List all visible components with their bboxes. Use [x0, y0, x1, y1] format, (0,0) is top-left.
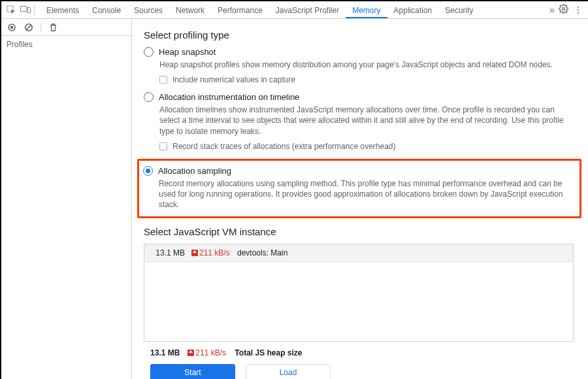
- option-desc: Allocation timelines show instrumented J…: [159, 105, 574, 137]
- sidebar-heading: Profiles: [1, 36, 131, 53]
- tab-console[interactable]: Console: [86, 2, 127, 18]
- svg-rect-2: [27, 7, 30, 12]
- memory-panel: Select profiling type Heap snapshot Heap…: [132, 19, 588, 379]
- load-button[interactable]: Load: [246, 364, 331, 379]
- option-allocation-timeline: Allocation instrumentation on timeline A…: [144, 92, 574, 151]
- delete-icon[interactable]: [48, 22, 58, 33]
- profiles-sidebar: Profiles: [1, 19, 132, 379]
- tab-performance[interactable]: Performance: [211, 2, 269, 18]
- tab-application[interactable]: Application: [387, 2, 439, 18]
- heap-label: Total JS heap size: [235, 348, 302, 357]
- divider: [41, 23, 41, 32]
- upload-arrow-icon: [191, 250, 198, 256]
- option-label: Heap snapshot: [159, 47, 216, 57]
- heap-rate: 211 kB/s: [188, 348, 227, 357]
- vm-instance-list: 13.1 MB 211 kB/s devtools: Main: [144, 244, 574, 342]
- heap-size: 13.1 MB: [150, 348, 180, 357]
- heap-summary: 13.1 MB 211 kB/s Total JS heap size: [144, 342, 574, 357]
- sidebar-toolbar: [1, 19, 131, 36]
- option-heap-snapshot: Heap snapshot Heap snapshot profiles sho…: [144, 47, 574, 84]
- panel-tabs: Elements Console Sources Network Perform…: [40, 2, 549, 18]
- svg-point-3: [563, 8, 565, 10]
- subcheck-numerical-values[interactable]: Include numerical values in capture: [159, 75, 574, 84]
- svg-line-7: [26, 25, 31, 30]
- settings-gear-icon[interactable]: [559, 4, 568, 16]
- profiling-type-title: Select profiling type: [144, 29, 574, 41]
- record-icon[interactable]: [7, 22, 17, 33]
- tab-js-profiler[interactable]: JavaScript Profiler: [269, 2, 346, 18]
- checkbox-icon[interactable]: [159, 76, 167, 84]
- tab-elements[interactable]: Elements: [40, 2, 86, 18]
- radio-heap-snapshot[interactable]: [144, 47, 154, 57]
- devtools-tabstrip: Elements Console Sources Network Perform…: [1, 1, 588, 19]
- option-label: Allocation instrumentation on timeline: [159, 92, 299, 102]
- radio-allocation-sampling[interactable]: [143, 166, 153, 176]
- action-buttons: Start Load: [144, 357, 574, 379]
- svg-rect-1: [20, 7, 27, 12]
- checkbox-icon[interactable]: [159, 142, 167, 150]
- upload-arrow-icon: [188, 350, 194, 356]
- inspect-element-icon[interactable]: [4, 3, 18, 17]
- subcheck-label: Include numerical values in capture: [172, 75, 295, 84]
- heap-rate-value: 211 kB/s: [195, 348, 226, 357]
- highlighted-option-box: Allocation sampling Record memory alloca…: [137, 159, 581, 219]
- subcheck-stack-traces[interactable]: Record stack traces of allocations (extr…: [159, 142, 574, 151]
- tab-memory[interactable]: Memory: [346, 2, 387, 18]
- vm-name: devtools: Main: [237, 248, 287, 257]
- svg-point-5: [10, 25, 14, 29]
- tab-security[interactable]: Security: [438, 2, 480, 18]
- vm-size: 13.1 MB: [151, 248, 185, 257]
- clear-icon[interactable]: [24, 22, 34, 33]
- start-button[interactable]: Start: [150, 364, 235, 379]
- vm-rate: 211 kB/s: [191, 248, 231, 257]
- subcheck-label: Record stack traces of allocations (extr…: [172, 142, 396, 151]
- divider: [34, 5, 35, 15]
- tab-network[interactable]: Network: [169, 2, 211, 18]
- device-toolbar-icon[interactable]: [18, 3, 33, 17]
- option-desc: Heap snapshot profiles show memory distr…: [159, 59, 574, 70]
- vm-instance-row[interactable]: 13.1 MB 211 kB/s devtools: Main: [144, 244, 573, 262]
- overflow-tabs-icon[interactable]: »: [549, 5, 553, 15]
- option-allocation-sampling: Allocation sampling Record memory alloca…: [143, 166, 573, 210]
- tab-sources[interactable]: Sources: [127, 2, 169, 18]
- option-desc: Record memory allocations using sampling…: [159, 178, 573, 210]
- radio-allocation-timeline[interactable]: [144, 92, 154, 102]
- vm-rate-value: 211 kB/s: [199, 248, 230, 257]
- vm-instance-title: Select JavaScript VM instance: [144, 226, 574, 237]
- option-label: Allocation sampling: [158, 166, 231, 176]
